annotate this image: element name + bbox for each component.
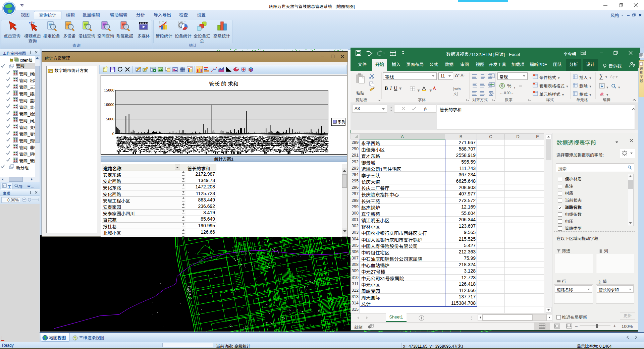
svg-text:,: , [514, 83, 515, 89]
svg-text:系列: 系列 [338, 120, 345, 124]
svg-text:15000: 15000 [104, 88, 114, 93]
svg-text:←.0: ←.0 [500, 91, 506, 95]
svg-text:.00→: .00→ [506, 91, 514, 95]
svg-text:5000: 5000 [106, 117, 114, 121]
svg-text:10000: 10000 [104, 102, 114, 107]
svg-text:fx: fx [424, 106, 427, 111]
svg-text:$: $ [501, 84, 503, 88]
svg-text:%: % [507, 83, 511, 89]
svg-text:管长 的 求和: 管长 的 求和 [209, 81, 238, 87]
svg-text:0: 0 [112, 131, 114, 136]
